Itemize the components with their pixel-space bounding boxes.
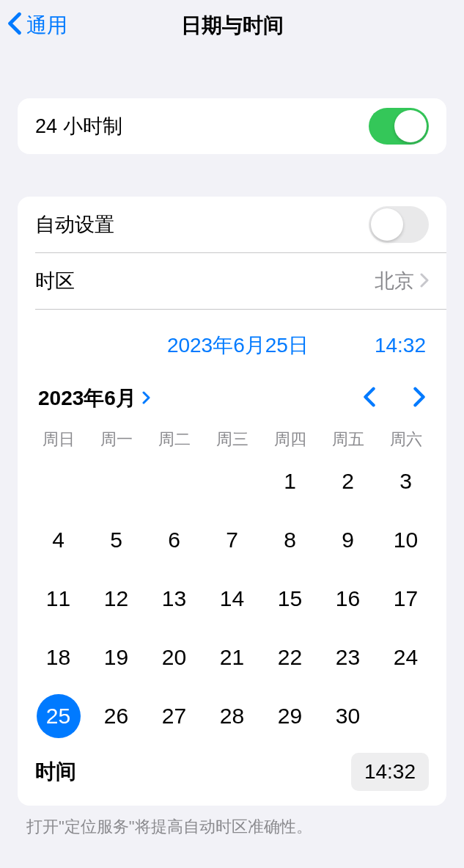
- time-label: 时间: [35, 758, 76, 786]
- calendar-day[interactable]: 9: [319, 518, 377, 562]
- time-picker-button[interactable]: 14:32: [351, 753, 429, 791]
- calendar-day[interactable]: 19: [87, 635, 145, 679]
- 24-hour-toggle[interactable]: [369, 108, 429, 145]
- selected-time-display[interactable]: 14:32: [375, 334, 426, 357]
- calendar-day[interactable]: 5: [87, 518, 145, 562]
- calendar-day[interactable]: 2: [319, 459, 377, 503]
- weekday-label: 周五: [319, 428, 377, 451]
- month-year-button[interactable]: 2023年6月: [38, 384, 151, 412]
- weekday-label: 周三: [203, 428, 261, 451]
- selected-datetime-row: 2023年6月25日 14:32: [18, 310, 446, 370]
- calendar-day[interactable]: 10: [377, 518, 435, 562]
- prev-month-button[interactable]: [363, 387, 376, 410]
- calendar-day[interactable]: 3: [377, 459, 435, 503]
- back-button[interactable]: 通用: [7, 12, 67, 40]
- calendar-day[interactable]: 12: [87, 577, 145, 621]
- chevron-right-icon: [142, 387, 151, 410]
- weekday-label: 周一: [87, 428, 145, 451]
- calendar-day[interactable]: 7: [203, 518, 261, 562]
- calendar-day[interactable]: 20: [145, 635, 203, 679]
- weekday-label: 周六: [377, 428, 435, 451]
- back-label: 通用: [26, 12, 67, 40]
- calendar-day[interactable]: 30: [319, 694, 377, 738]
- chevron-right-icon: [420, 270, 429, 293]
- row-auto-set: 自动设置: [18, 197, 446, 252]
- next-month-button[interactable]: [413, 387, 426, 410]
- calendar-day[interactable]: 8: [261, 518, 319, 562]
- weekday-label: 周日: [29, 428, 87, 451]
- calendar-day[interactable]: 27: [145, 694, 203, 738]
- weekday-label: 周二: [145, 428, 203, 451]
- footer-hint: 打开"定位服务"将提高自动时区准确性。: [26, 816, 438, 838]
- calendar-day[interactable]: 1: [261, 459, 319, 503]
- calendar-day[interactable]: 18: [29, 635, 87, 679]
- calendar-day[interactable]: 15: [261, 577, 319, 621]
- calendar-day[interactable]: 21: [203, 635, 261, 679]
- calendar-day[interactable]: 22: [261, 635, 319, 679]
- calendar-day[interactable]: 29: [261, 694, 319, 738]
- calendar-day[interactable]: 23: [319, 635, 377, 679]
- selected-date-display[interactable]: 2023年6月25日: [167, 332, 309, 360]
- calendar-day[interactable]: 11: [29, 577, 87, 621]
- calendar-day[interactable]: 14: [203, 577, 261, 621]
- row-24-hour: 24 小时制: [18, 98, 446, 154]
- calendar-day[interactable]: 26: [87, 694, 145, 738]
- month-year-label: 2023年6月: [38, 384, 136, 412]
- calendar-day[interactable]: 13: [145, 577, 203, 621]
- calendar-day[interactable]: 25: [29, 694, 87, 738]
- auto-set-toggle[interactable]: [369, 206, 429, 243]
- calendar-day[interactable]: 28: [203, 694, 261, 738]
- calendar-day[interactable]: 4: [29, 518, 87, 562]
- row-timezone[interactable]: 时区 北京: [18, 253, 446, 309]
- auto-set-label: 自动设置: [35, 211, 114, 238]
- timezone-label: 时区: [35, 268, 75, 294]
- page-title: 日期与时间: [0, 12, 464, 40]
- chevron-left-icon: [7, 12, 22, 40]
- timezone-value: 北京: [375, 268, 414, 294]
- 24-hour-label: 24 小时制: [35, 113, 122, 139]
- calendar-day[interactable]: 17: [377, 577, 435, 621]
- calendar-day[interactable]: 16: [319, 577, 377, 621]
- weekday-label: 周四: [261, 428, 319, 451]
- calendar-day[interactable]: 24: [377, 635, 435, 679]
- calendar-day[interactable]: 6: [145, 518, 203, 562]
